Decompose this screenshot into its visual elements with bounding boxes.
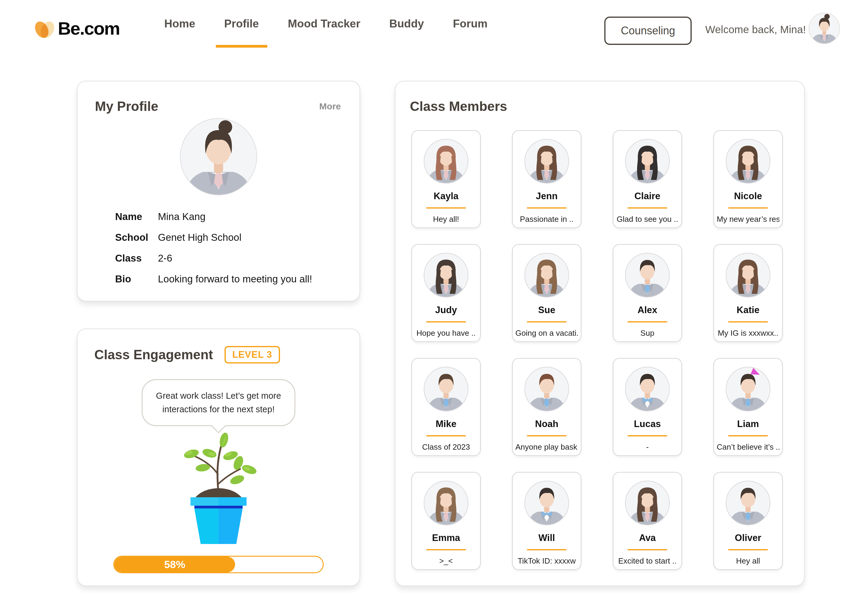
top-header: Be.com HomeProfileMood TrackerBuddyForum… (0, 0, 868, 60)
member-card-jenn[interactable]: Jenn Passionate in .. (512, 130, 581, 228)
counseling-button[interactable]: Counseling (604, 17, 692, 45)
member-avatar (726, 481, 770, 525)
nav-item-buddy[interactable]: Buddy (389, 17, 424, 30)
member-status: - (616, 443, 679, 452)
field-value-name: Mina Kang (158, 211, 360, 223)
member-status: Going on a vacati.. (515, 328, 578, 338)
member-name: Sue (513, 305, 581, 316)
member-divider (527, 321, 567, 322)
brand-name: Be.com (58, 18, 119, 39)
profile-more-link[interactable]: More (319, 101, 341, 111)
member-name: Oliver (714, 533, 782, 543)
engagement-progress-fill: 58% (114, 557, 235, 572)
member-card-kayla[interactable]: Kayla Hey all! (411, 130, 481, 228)
person-portrait (525, 254, 569, 297)
member-divider (527, 435, 567, 437)
member-divider (628, 207, 667, 209)
member-status: My new year’s reso.. (717, 215, 780, 224)
member-divider (426, 549, 466, 550)
member-card-ava[interactable]: Ava Excited to start .. (613, 472, 682, 570)
brand-logo[interactable]: Be.com (30, 14, 119, 43)
person-portrait (726, 481, 770, 525)
person-portrait (726, 254, 770, 297)
person-portrait (525, 139, 569, 183)
engagement-title: Class Engagement (95, 347, 213, 362)
member-name: Alex (613, 305, 682, 316)
member-status: Class of 2023 (415, 443, 477, 452)
person-portrait (726, 367, 770, 411)
member-divider (628, 435, 667, 437)
member-name: Lucas (613, 419, 682, 429)
member-card-mike[interactable]: Mike Class of 2023 (411, 358, 481, 456)
member-avatar (726, 253, 770, 297)
field-label-school: School (115, 232, 158, 243)
person-portrait (525, 367, 569, 411)
member-avatar (726, 367, 770, 412)
person-portrait (424, 481, 468, 525)
member-card-liam[interactable]: Liam Can’t believe it’s .. (713, 358, 783, 456)
person-portrait (809, 13, 839, 43)
person-portrait (424, 139, 468, 183)
class-members-title: Class Members (395, 81, 804, 114)
member-card-nicole[interactable]: Nicole My new year’s reso.. (713, 130, 783, 228)
user-avatar[interactable] (809, 12, 840, 44)
member-avatar (625, 481, 670, 525)
person-portrait (626, 139, 669, 183)
member-status: Sup (616, 328, 679, 338)
member-card-noah[interactable]: Noah Anyone play bask.. (512, 358, 581, 456)
person-portrait (525, 481, 569, 525)
member-divider (728, 435, 768, 437)
nav-item-mood-tracker[interactable]: Mood Tracker (288, 17, 360, 30)
plant-illustration (167, 432, 270, 547)
member-avatar (424, 367, 468, 412)
person-portrait (626, 481, 669, 525)
member-avatar (625, 367, 670, 412)
class-members-card: Class Members Kayla Hey all! Jenn Passio… (395, 81, 805, 586)
member-name: Ava (613, 533, 682, 543)
member-avatar (524, 481, 569, 525)
field-value-school: Genet High School (158, 232, 360, 243)
member-status: Anyone play bask.. (515, 443, 578, 452)
member-card-judy[interactable]: Judy Hope you have .. (411, 244, 481, 342)
member-card-katie[interactable]: Katie My IG is xxxwxx.. (713, 244, 783, 342)
nav-item-home[interactable]: Home (164, 17, 195, 30)
member-status: Hey all (717, 556, 780, 566)
member-name: Katie (714, 305, 782, 316)
nav-item-forum[interactable]: Forum (453, 17, 488, 30)
engagement-progress-label: 58% (164, 559, 185, 571)
member-status: Hey all! (415, 215, 477, 224)
member-card-lucas[interactable]: Lucas - (613, 358, 682, 456)
member-name: Nicole (714, 191, 782, 201)
member-status: Glad to see you .. (616, 215, 679, 224)
member-avatar (625, 253, 670, 297)
member-card-emma[interactable]: Emma >_< (411, 472, 481, 570)
member-name: Will (513, 533, 581, 543)
person-portrait (424, 367, 468, 411)
member-card-will[interactable]: Will TikTok ID: xxxxw (512, 472, 581, 570)
member-divider (728, 321, 768, 322)
member-divider (426, 435, 466, 437)
field-label-class: Class (115, 252, 158, 264)
member-status: Passionate in .. (515, 215, 578, 224)
field-label-bio: Bio (115, 273, 158, 285)
member-avatar (424, 139, 468, 184)
profile-photo (180, 118, 257, 195)
member-name: Emma (412, 533, 480, 543)
field-value-bio: Looking forward to meeting you all! (158, 273, 360, 285)
member-name: Jenn (513, 191, 581, 201)
nav-item-profile[interactable]: Profile (224, 17, 259, 30)
member-status: Can’t believe it’s .. (717, 443, 780, 452)
profile-fields: NameMina KangSchoolGenet High SchoolClas… (115, 211, 360, 285)
member-card-claire[interactable]: Claire Glad to see you .. (613, 130, 682, 228)
field-label-name: Name (115, 211, 158, 223)
member-status: >_< (415, 556, 477, 566)
member-name: Claire (613, 191, 682, 201)
member-name: Kayla (412, 191, 480, 201)
member-card-alex[interactable]: Alex Sup (613, 244, 682, 342)
member-card-oliver[interactable]: Oliver Hey all (713, 472, 783, 570)
class-engagement-card: Class Engagement LEVEL 3 Great work clas… (77, 328, 360, 586)
engagement-progress-bar: 58% (113, 556, 324, 573)
member-avatar (625, 139, 670, 184)
member-card-sue[interactable]: Sue Going on a vacati.. (512, 244, 581, 342)
member-divider (728, 549, 768, 550)
